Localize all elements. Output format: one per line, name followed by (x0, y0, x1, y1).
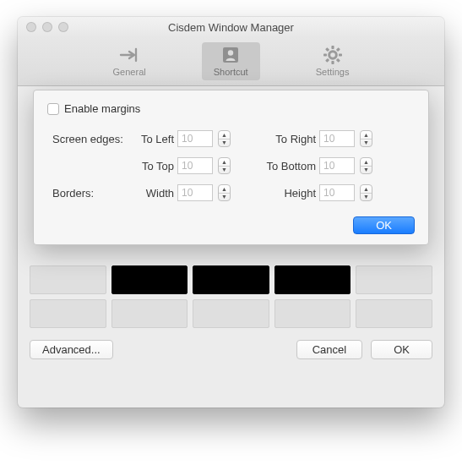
screen-edges-label: Screen edges: (52, 133, 130, 145)
to-top-label: To Top (130, 160, 177, 172)
grid-cell[interactable] (111, 265, 188, 294)
to-top-stepper[interactable]: ▲▼ (218, 157, 231, 174)
to-right-label: To Right (260, 133, 319, 145)
tab-label: Shortcut (214, 67, 248, 77)
to-top-input[interactable] (177, 157, 213, 174)
cancel-button[interactable]: Cancel (296, 340, 362, 359)
to-bottom-input[interactable] (319, 157, 355, 174)
to-right-input[interactable] (319, 130, 355, 147)
grid-cell[interactable] (193, 299, 269, 328)
border-height-input[interactable] (319, 184, 355, 201)
grid-cell[interactable] (274, 299, 351, 328)
height-label: Height (260, 187, 319, 200)
dialog-ok-button[interactable]: OK (353, 216, 415, 234)
grid-cell[interactable] (193, 265, 269, 294)
minimize-window-button[interactable] (42, 22, 52, 32)
chevron-down-icon: ▼ (219, 194, 230, 201)
to-bottom-stepper[interactable]: ▲▼ (360, 157, 372, 174)
window-title: Cisdem Window Manager (18, 21, 444, 34)
svg-point-3 (329, 52, 336, 59)
to-left-input[interactable] (177, 130, 213, 147)
tab-label: Settings (316, 67, 350, 77)
grid-cell[interactable] (111, 299, 188, 328)
svg-rect-4 (331, 46, 334, 49)
svg-point-2 (228, 50, 233, 55)
chevron-down-icon: ▼ (219, 140, 230, 147)
content-area: Advanced... Cancel OK Enable margins Scr… (18, 86, 444, 408)
enable-margins-checkbox[interactable] (47, 103, 59, 115)
border-width-input[interactable] (177, 184, 213, 201)
width-label: Width (130, 187, 177, 200)
grid-cell[interactable] (274, 265, 351, 294)
border-height-stepper[interactable]: ▲▼ (360, 184, 372, 201)
to-left-stepper[interactable]: ▲▼ (218, 130, 231, 147)
close-window-button[interactable] (26, 22, 36, 32)
grid-cell[interactable] (30, 265, 106, 294)
layout-grid-area: Advanced... Cancel OK (30, 265, 432, 359)
chevron-up-icon: ▲ (219, 185, 230, 194)
borders-label: Borders: (52, 187, 130, 200)
border-width-stepper[interactable]: ▲▼ (218, 184, 231, 201)
tab-shortcut[interactable]: Shortcut (202, 42, 260, 80)
general-icon (117, 45, 141, 65)
ok-button[interactable]: OK (371, 340, 432, 359)
tab-label: General (113, 67, 146, 77)
grid-cell[interactable] (356, 299, 432, 328)
bottom-button-row: Advanced... Cancel OK (30, 340, 432, 359)
chevron-up-icon: ▲ (219, 131, 230, 140)
to-left-label: To Left (130, 133, 177, 145)
chevron-up-icon: ▲ (219, 158, 230, 167)
gear-icon (321, 45, 345, 65)
to-bottom-label: To Bottom (260, 160, 319, 172)
margins-dialog: Enable margins Screen edges: To Left ▲▼ … (33, 90, 429, 245)
chevron-up-icon: ▲ (361, 158, 372, 167)
shortcut-icon (219, 45, 242, 65)
chevron-down-icon: ▼ (361, 140, 372, 147)
enable-margins-label: Enable margins (64, 102, 140, 115)
grid-cell[interactable] (356, 265, 432, 294)
preferences-window: Cisdem Window Manager General Shortcut (18, 17, 444, 408)
tab-general[interactable]: General (101, 42, 158, 80)
margins-form: Screen edges: To Left ▲▼ To Right ▲▼ To … (47, 130, 415, 201)
tab-settings[interactable]: Settings (304, 42, 361, 80)
dialog-button-row: OK (47, 216, 415, 234)
grid-cell[interactable] (30, 299, 106, 328)
chevron-up-icon: ▲ (361, 131, 372, 140)
chevron-down-icon: ▼ (361, 167, 372, 174)
layout-grid (30, 265, 432, 328)
toolbar: General Shortcut (18, 37, 444, 86)
to-right-stepper[interactable]: ▲▼ (360, 130, 372, 147)
chevron-up-icon: ▲ (361, 185, 372, 194)
chevron-down-icon: ▼ (361, 194, 372, 201)
advanced-button[interactable]: Advanced... (30, 340, 113, 359)
titlebar: Cisdem Window Manager (18, 17, 444, 37)
chevron-down-icon: ▼ (219, 167, 230, 174)
enable-margins-row: Enable margins (47, 102, 415, 115)
traffic-lights (18, 22, 68, 32)
zoom-window-button[interactable] (58, 22, 68, 32)
